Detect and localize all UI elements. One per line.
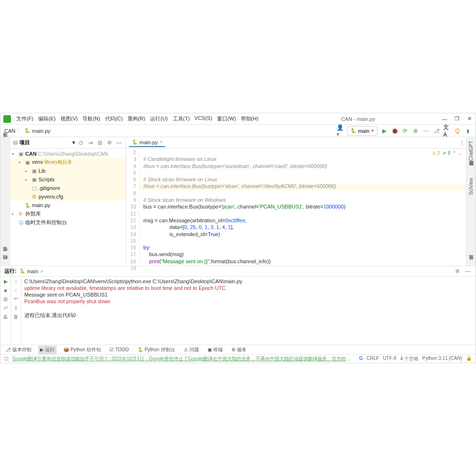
breadcrumb: CAN 〉 🐍 main.py bbox=[4, 127, 337, 134]
stop-icon[interactable]: ■ bbox=[4, 288, 7, 293]
editor-area: 🐍 main.py × ⋮ 23456789101112131415161718… bbox=[126, 137, 466, 266]
user-icon[interactable]: 👤▾ bbox=[337, 127, 344, 135]
code-editor[interactable]: 2345678910111213141516171819 # Candlelig… bbox=[126, 149, 466, 266]
menu-item[interactable]: 重构(R) bbox=[125, 114, 148, 123]
maximize-icon[interactable]: ❐ bbox=[454, 116, 460, 122]
menu-item[interactable]: VCS(S) bbox=[192, 114, 215, 123]
event-log-icon[interactable]: ☐ bbox=[4, 356, 9, 361]
bottom-tab[interactable]: 🐍Python 控制台 bbox=[136, 346, 177, 354]
project-tree[interactable]: ▾▣CAN C:\Users\Zhang\Desktop\CAN ▾▣venv … bbox=[10, 149, 126, 228]
bottom-tab[interactable]: ⎇版本控制 bbox=[3, 346, 33, 354]
line-separator[interactable]: CRLF bbox=[367, 356, 379, 362]
app-icon bbox=[3, 115, 11, 123]
exit-icon[interactable]: ⏎ bbox=[3, 305, 8, 311]
right-tab-notifications[interactable]: 通知 bbox=[467, 262, 475, 266]
run-settings-icon[interactable]: ✲ bbox=[454, 268, 461, 275]
translate-icon[interactable]: 文A bbox=[443, 127, 451, 135]
panel-title: 项目 bbox=[20, 139, 70, 146]
google-icon[interactable]: G bbox=[359, 356, 363, 362]
hide-icon[interactable]: — bbox=[115, 139, 123, 147]
coverage-icon[interactable]: ⟳ bbox=[401, 127, 409, 135]
folder-icon: ▤ bbox=[13, 139, 18, 146]
left-tab-structure[interactable]: 结构 bbox=[1, 262, 9, 266]
tab-main-py[interactable]: 🐍 main.py × bbox=[129, 139, 165, 147]
print-icon[interactable]: 🖶 bbox=[3, 314, 8, 320]
layout-icon[interactable]: ⊞ bbox=[3, 296, 8, 302]
run-icon[interactable]: ▶ bbox=[380, 127, 388, 135]
minimize-icon[interactable]: — bbox=[441, 116, 448, 122]
search-icon[interactable]: Q bbox=[454, 127, 461, 135]
down-icon[interactable]: ↓ bbox=[15, 287, 18, 293]
menu-item[interactable]: 文件(F) bbox=[14, 114, 36, 123]
bottom-tab[interactable]: ⚙服务 bbox=[229, 346, 248, 354]
bottom-tool-tabs: ⎇版本控制▶运行📦Python 软件包☑TODO🐍Python 控制台⚠问题▣终… bbox=[0, 345, 476, 354]
project-panel: ▤ 项目 ▾ ⊙ ⇥ ⊞ ✲ — ▾▣CAN C:\Users\Zhang\De… bbox=[10, 137, 126, 266]
left-tool-strip: 项目 书签 结构 bbox=[0, 137, 10, 266]
toolbar: CAN 〉 🐍 main.py 👤▾ 🐍 main ▾ ▶ 🐞 ⟳ ⊕ ⋯ ⎇ … bbox=[0, 125, 476, 137]
run-tool-window: 运行: 🐍 main × ✲ — ▶ ■ ⊞ ⏎ 🖶 ↑ ↓ ↩ ⤓ bbox=[0, 266, 476, 345]
expand-icon[interactable]: ⊞ bbox=[96, 139, 104, 147]
window-title: CAN - main.py bbox=[262, 116, 440, 122]
settings-icon[interactable]: ✲ bbox=[106, 139, 113, 147]
up-icon[interactable]: ↑ bbox=[15, 278, 18, 284]
run-hide-icon[interactable]: — bbox=[464, 268, 472, 275]
indent-info[interactable]: 4 个空格 bbox=[400, 356, 418, 362]
clear-icon[interactable]: 🗑 bbox=[13, 314, 19, 319]
crumb-file[interactable]: main.py bbox=[32, 128, 50, 134]
crumb-project[interactable]: CAN bbox=[4, 128, 15, 134]
run-title: 运行: bbox=[4, 268, 17, 275]
menu-item[interactable]: 帮助(H) bbox=[238, 114, 261, 123]
run-tab-main[interactable]: 🐍 main × bbox=[20, 268, 43, 274]
rerun-icon[interactable]: ▶ bbox=[4, 278, 8, 285]
status-message[interactable]: Google翻译引擎和语音朗读功能似乎不可用？: 2022年10月1日，Goog… bbox=[12, 356, 355, 362]
bottom-tab[interactable]: ▣终端 bbox=[206, 346, 225, 354]
collapse-icon[interactable]: ⇥ bbox=[87, 139, 94, 147]
close-icon[interactable]: × bbox=[160, 139, 163, 145]
statusbar: ☐ Google翻译引擎和语音朗读功能似乎不可用？: 2022年10月1日，Go… bbox=[0, 354, 476, 363]
left-tab-bookmarks[interactable]: 书签 bbox=[1, 253, 9, 257]
lock-icon[interactable]: 🔒 bbox=[466, 356, 472, 362]
scroll-icon[interactable]: ⤓ bbox=[14, 305, 18, 311]
menu-item[interactable]: 代码(C) bbox=[103, 114, 125, 123]
menu-item[interactable]: 运行(U) bbox=[148, 114, 170, 123]
menu-item[interactable]: 窗口(W) bbox=[215, 114, 238, 123]
bottom-tab[interactable]: 📦Python 软件包 bbox=[61, 346, 103, 354]
file-encoding[interactable]: UTF-8 bbox=[383, 356, 396, 362]
wrap-icon[interactable]: ↩ bbox=[14, 296, 18, 302]
run-side-toolbar-2: ↑ ↓ ↩ ⤓ 🗑 bbox=[11, 277, 21, 345]
right-tab-chatgpt[interactable]: ChatGPT bbox=[468, 139, 474, 163]
profile-icon[interactable]: ⊕ bbox=[412, 127, 419, 135]
bottom-tab[interactable]: ⚠问题 bbox=[182, 346, 201, 354]
right-tab-sciview[interactable]: SciView bbox=[468, 176, 474, 197]
console-output[interactable]: C:\Users\Zhang\Desktop\CAN\venv\Scripts\… bbox=[21, 277, 476, 345]
git-icon[interactable]: ⎇ bbox=[433, 127, 440, 135]
menubar: 文件(F)编辑(E)视图(V)导航(N)代码(C)重构(R)运行(U)工具(T)… bbox=[0, 113, 476, 125]
target-icon[interactable]: ⊙ bbox=[77, 139, 85, 147]
interpreter-info[interactable]: Python 3.11 (CAN) bbox=[422, 356, 462, 362]
menu-item[interactable]: 导航(N) bbox=[80, 114, 102, 123]
tabs-more-icon[interactable]: ⋮ bbox=[458, 139, 466, 147]
left-tab-project[interactable]: 项目 bbox=[1, 139, 9, 143]
more-icon[interactable]: ⋯ bbox=[422, 127, 430, 135]
inspections-widget[interactable]: ⚠ 2 ✔ 8 ^⌄ bbox=[432, 150, 462, 156]
run-config-select[interactable]: 🐍 main ▾ bbox=[347, 126, 377, 136]
debug-icon[interactable]: 🐞 bbox=[391, 127, 398, 135]
right-tool-strip: ChatGPT 数据库 SciView 通知 bbox=[466, 137, 476, 266]
menu-item[interactable]: 视图(V) bbox=[58, 114, 80, 123]
editor-tabs: 🐍 main.py × ⋮ bbox=[126, 137, 466, 149]
menu-item[interactable]: 编辑(E) bbox=[36, 114, 58, 123]
menu-item[interactable]: 工具(T) bbox=[170, 114, 192, 123]
right-tab-database[interactable]: 数据库 bbox=[467, 168, 475, 171]
close-icon[interactable]: ✕ bbox=[466, 116, 473, 122]
run-side-toolbar: ▶ ■ ⊞ ⏎ 🖶 bbox=[0, 277, 11, 345]
bottom-tab[interactable]: ☑TODO bbox=[108, 346, 131, 353]
python-file-icon: 🐍 bbox=[24, 128, 30, 133]
bottom-tab[interactable]: ▶运行 bbox=[38, 346, 57, 354]
ai-icon[interactable]: ◗ bbox=[464, 127, 472, 135]
